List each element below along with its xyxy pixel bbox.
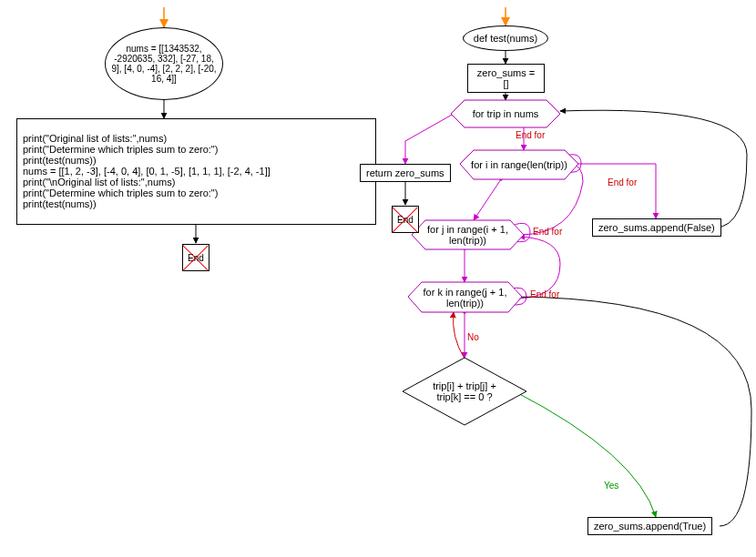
right-end-label: End	[397, 215, 414, 225]
print-block: print("Original list of lists:",nums) pr…	[16, 118, 376, 225]
yes-label: Yes	[604, 481, 618, 491]
svg-line-9	[474, 179, 501, 220]
zero-sums-init: zero_sums = []	[467, 64, 545, 93]
def-ellipse: def test(nums)	[463, 25, 548, 51]
append-true: zero_sums.append(True)	[587, 517, 712, 535]
no-label: No	[467, 332, 479, 342]
return-text: return zero_sums	[366, 167, 444, 178]
for-j-hex: for j in range(i + 1, len(trip))	[412, 220, 524, 249]
end-for-label-2: End for	[608, 177, 637, 187]
condition-text: trip[i] + trip[j] + trip[k] == 0 ?	[424, 380, 506, 402]
condition-diamond: trip[i] + trip[j] + trip[k] == 0 ?	[403, 358, 526, 425]
nums-ellipse: nums = [[1343532, -2920635, 332], [-27, …	[105, 27, 223, 100]
for-k-text: for k in range(j + 1, len(trip))	[408, 287, 522, 309]
append-false-text: zero_sums.append(False)	[598, 222, 715, 233]
for-i-text: for i in range(len(trip))	[471, 159, 567, 170]
for-i-hex: for i in range(len(trip))	[460, 148, 578, 181]
nums-text: nums = [[1343532, -2920635, 332], [-27, …	[109, 44, 219, 84]
end-for-label-3: End for	[533, 227, 562, 237]
for-trip-text: for trip in nums	[473, 108, 539, 119]
zero-sums-init-text: zero_sums = []	[477, 67, 535, 89]
end-for-label-1: End for	[516, 130, 545, 140]
return-stmt: return zero_sums	[360, 164, 451, 182]
left-end-label: End	[188, 253, 204, 263]
def-text: def test(nums)	[474, 33, 537, 44]
for-k-hex: for k in range(j + 1, len(trip))	[408, 282, 522, 312]
append-false: zero_sums.append(False)	[592, 218, 721, 237]
left-end: End	[182, 244, 209, 271]
end-for-label-4: End for	[530, 289, 559, 299]
for-trip-hex: for trip in nums	[451, 100, 560, 127]
for-j-text: for j in range(i + 1, len(trip))	[412, 224, 524, 246]
append-true-text: zero_sums.append(True)	[594, 521, 706, 532]
print-block-text: print("Original list of lists:",nums) pr…	[23, 133, 271, 209]
